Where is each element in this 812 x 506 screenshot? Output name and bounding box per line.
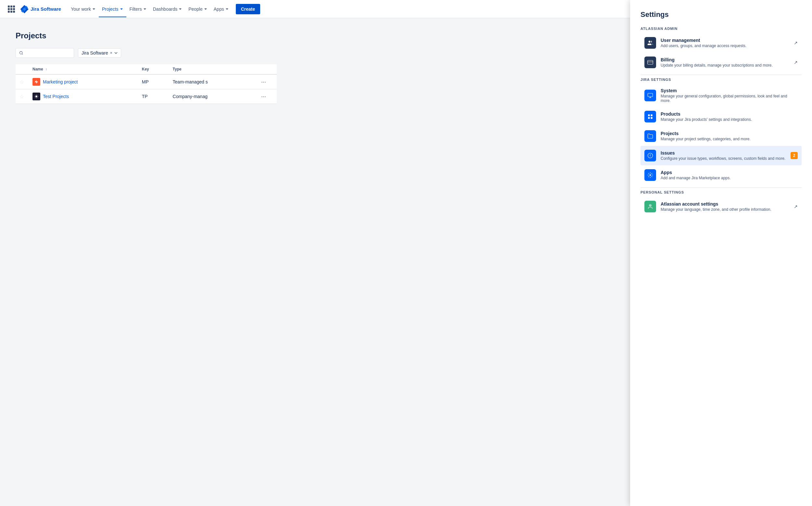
products-icon <box>644 111 656 117</box>
col-star <box>16 64 28 74</box>
more-button-1[interactable]: ··· <box>261 79 266 85</box>
settings-item-system[interactable]: System Manage your general configuration… <box>641 84 802 107</box>
svg-point-3 <box>649 40 651 43</box>
project-key-2: TP <box>138 89 169 104</box>
col-type: Type <box>169 64 257 74</box>
settings-divider-1 <box>641 75 802 75</box>
nav-left: Jira Software Your work Projects Filters… <box>5 3 260 15</box>
nav-apps[interactable]: Apps <box>211 4 232 14</box>
table-body: ☆ Marketing project MP Team-managed s ·· <box>16 74 277 104</box>
settings-item-user-management[interactable]: User management Add users, groups, and m… <box>641 33 802 53</box>
nav-your-work[interactable]: Your work <box>68 4 99 14</box>
table-row: ☆ Test Projects TP Company-manag ··· <box>16 89 277 104</box>
user-management-icon <box>644 37 656 49</box>
col-name[interactable]: Name ↑ <box>28 64 138 74</box>
star-cell-1[interactable]: ☆ <box>16 74 28 89</box>
svg-rect-4 <box>648 61 653 64</box>
settings-item-billing[interactable]: Billing Update your billing details, man… <box>641 53 802 72</box>
system-desc: Manage your general configuration, globa… <box>661 94 798 103</box>
table-row: ☆ Marketing project MP Team-managed s ·· <box>16 74 277 89</box>
project-key-1: MP <box>138 74 169 89</box>
settings-panel: Settings ATLASSIAN ADMIN User management… <box>630 0 812 117</box>
filter-tag-jira-software: Jira Software × <box>78 49 121 58</box>
project-name-cell-2: Test Projects <box>28 89 138 104</box>
filter-tag-chevron[interactable] <box>114 50 117 56</box>
system-icon <box>644 90 656 101</box>
nav-dashboards[interactable]: Dashboards <box>150 4 185 14</box>
grid-icon[interactable] <box>5 3 17 15</box>
table-header: Name ↑ Key Type <box>16 64 277 74</box>
nav-projects[interactable]: Projects <box>99 4 126 14</box>
nav-people[interactable]: People <box>185 4 211 14</box>
nav-items: Your work Projects Filters Dashboards Pe… <box>68 4 232 14</box>
settings-title: Settings <box>641 10 802 19</box>
project-link-1[interactable]: Marketing project <box>32 78 134 86</box>
billing-icon <box>644 57 656 68</box>
system-title: System <box>661 88 798 93</box>
user-management-title: User management <box>661 38 789 43</box>
svg-rect-9 <box>648 114 650 116</box>
col-actions <box>257 64 277 74</box>
filter-tag-label: Jira Software <box>82 50 108 56</box>
user-management-desc: Add users, groups, and manage access req… <box>661 44 789 48</box>
products-title: Products <box>661 111 798 116</box>
filter-search-icon <box>19 51 23 55</box>
nav-filters[interactable]: Filters <box>126 4 150 14</box>
project-icon-2 <box>32 93 40 100</box>
project-search-box[interactable] <box>16 48 74 58</box>
settings-item-products[interactable]: Products Manage your Jira products' sett… <box>641 107 802 117</box>
main-content: Projects Jira Software × Name ↑ Key Type <box>0 18 292 117</box>
external-link-icon-1: ↗ <box>794 40 798 46</box>
project-actions-1: ··· <box>257 74 277 89</box>
external-link-icon-2: ↗ <box>794 60 798 65</box>
svg-rect-10 <box>651 114 653 116</box>
more-button-2[interactable]: ··· <box>261 93 266 100</box>
logo[interactable]: Jira Software <box>20 5 61 13</box>
filter-row: Jira Software × <box>16 48 277 58</box>
project-search-input[interactable] <box>25 50 71 56</box>
billing-desc: Update your billing details, manage your… <box>661 63 789 68</box>
filter-tag-remove[interactable]: × <box>110 51 112 55</box>
project-link-2[interactable]: Test Projects <box>32 93 134 100</box>
project-type-1: Team-managed s <box>169 74 257 89</box>
logo-text: Jira Software <box>30 6 61 12</box>
star-cell-2[interactable]: ☆ <box>16 89 28 104</box>
col-key[interactable]: Key <box>138 64 169 74</box>
project-icon-1 <box>32 78 40 86</box>
billing-title: Billing <box>661 57 789 62</box>
create-button[interactable]: Create <box>236 4 260 14</box>
page-title: Projects <box>16 31 277 40</box>
svg-point-2 <box>35 95 37 97</box>
section-atlassian-admin: ATLASSIAN ADMIN <box>641 27 802 30</box>
projects-table: Name ↑ Key Type ☆ Marketing pro <box>16 64 277 104</box>
project-actions-2: ··· <box>257 89 277 104</box>
project-type-2: Company-manag <box>169 89 257 104</box>
project-name-cell-1: Marketing project <box>28 74 138 89</box>
section-jira-settings: JIRA SETTINGS <box>641 78 802 82</box>
svg-rect-6 <box>648 93 653 97</box>
